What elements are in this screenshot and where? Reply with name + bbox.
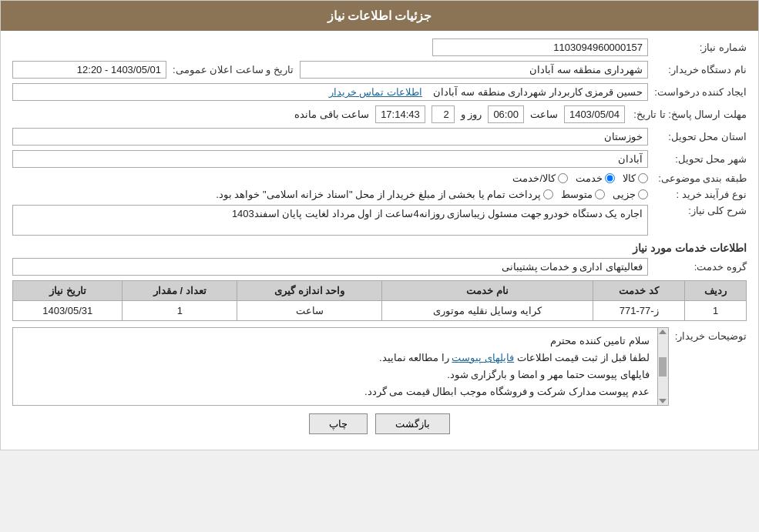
- nam-dastgah-value: شهرداری منطقه سه آبادان: [300, 61, 648, 79]
- scroll-down-arrow[interactable]: [659, 399, 667, 403]
- col-nam: نام خدمت: [382, 281, 593, 301]
- tarikh-value: 1403/05/01 - 12:20: [12, 61, 166, 79]
- tosihaat-wrapper: سلام تامین کننده محترم لطفا قبل از ثبت ق…: [12, 327, 669, 406]
- tabaqe-label: طبقه بندی موضوعی:: [654, 172, 747, 184]
- farayand-esnad: پرداخت تمام یا بخشی از مبلغ خریدار از مح…: [216, 189, 553, 200]
- shomare-niaz-row: شماره نیاز: 1103094960000157: [12, 38, 747, 56]
- nam-dastgah-label: نام دستگاه خریدار:: [654, 64, 747, 75]
- cell-radif: 1: [685, 301, 747, 321]
- services-table: ردیف کد خدمت نام خدمت واحد اندازه گیری ت…: [12, 280, 747, 321]
- ostan-value: خوزستان: [12, 128, 648, 146]
- ejad-text: حسین قرمزی کاربردار شهرداری منطقه سه آبا…: [433, 86, 643, 98]
- sharh-value: اجاره یک دستگاه خودرو جهت مسئول زیباسازی…: [12, 205, 648, 236]
- mohlat-date: 1403/05/04: [564, 105, 625, 123]
- mohlat-row: مهلت ارسال پاسخ: تا تاریخ: 1403/05/04 سا…: [12, 105, 747, 123]
- khadamat-section-title: اطلاعات خدمات مورد نیاز: [12, 242, 747, 254]
- farayand-jozi[interactable]: جزیی: [613, 189, 648, 200]
- col-tedad: تعداد / مقدار: [123, 281, 237, 301]
- mohlat-rooz-label: روز و: [461, 109, 482, 120]
- mohlat-saat-label: ساعت: [530, 109, 558, 120]
- mohlat-saat: 06:00: [488, 105, 524, 123]
- sharh-label: شرح کلی نیاز:: [654, 205, 747, 216]
- note-line-1: سلام تامین کننده محترم: [21, 333, 650, 350]
- col-kod: کد خدمت: [593, 281, 685, 301]
- tabaqe-kala[interactable]: کالا: [623, 172, 648, 184]
- mohlat-rooz: 2: [432, 105, 455, 123]
- shahr-label: شهر محل تحویل:: [654, 153, 747, 165]
- shomare-niaz-label: شماره نیاز:: [654, 42, 747, 53]
- table-header: ردیف کد خدمت نام خدمت واحد اندازه گیری ت…: [13, 281, 747, 301]
- table-body: 1 ز-77-771 کرایه وسایل نقلیه موتوری ساعت…: [13, 301, 747, 321]
- cell-kod: ز-77-771: [593, 301, 685, 321]
- ostan-row: استان محل تحویل: خوزستان: [12, 128, 747, 146]
- ejad-row: ایجاد کننده درخواست: حسین قرمزی کاربردار…: [12, 83, 747, 101]
- table-row: 1 ز-77-771 کرایه وسایل نقلیه موتوری ساعت…: [13, 301, 747, 321]
- ejad-label: ایجاد کننده درخواست:: [654, 86, 747, 98]
- nave-farayand-row: نوع فرآیند خرید : جزیی متوسط پرداخت تمام…: [12, 189, 747, 200]
- col-radif: ردیف: [685, 281, 747, 301]
- nave-farayand-options: جزیی متوسط پرداخت تمام یا بخشی از مبلغ خ…: [216, 189, 648, 200]
- content-area: شماره نیاز: 1103094960000157 نام دستگاه …: [1, 31, 758, 450]
- tabaqe-kala-khedmat[interactable]: کالا/خدمت: [512, 172, 568, 184]
- chap-button[interactable]: چاپ: [309, 413, 368, 434]
- mohlat-baqi-label: ساعت باقی مانده: [294, 109, 369, 120]
- grohe-value: فعالیتهای اداری و خدمات پشتیبانی: [12, 258, 648, 276]
- scrollbar: [657, 328, 668, 405]
- scroll-up-arrow[interactable]: [659, 330, 667, 334]
- grohe-row: گروه خدمت: فعالیتهای اداری و خدمات پشتیب…: [12, 258, 747, 276]
- tabaqe-khedmat[interactable]: خدمت: [576, 172, 615, 184]
- tosihaat-content: سلام تامین کننده محترم لطفا قبل از ثبت ق…: [13, 328, 657, 405]
- mohlat-label: مهلت ارسال پاسخ: تا تاریخ:: [631, 109, 747, 120]
- mohlat-baqi: 17:14:43: [375, 105, 425, 123]
- tabaqe-row: طبقه بندی موضوعی: کالا خدمت کالا/خدمت: [12, 172, 747, 184]
- sharh-row: شرح کلی نیاز: اجاره یک دستگاه خودرو جهت …: [12, 205, 747, 236]
- tosihaat-section: توضیحات خریدار: سلام تامین کننده محترم ل…: [12, 327, 747, 406]
- cell-tedad: 1: [123, 301, 237, 321]
- shahr-row: شهر محل تحویل: آبادان: [12, 150, 747, 168]
- col-tarikh: تاریخ نیاز: [13, 281, 123, 301]
- tabaqe-options: کالا خدمت کالا/خدمت: [512, 172, 648, 184]
- tosihaat-label: توضیحات خریدار:: [675, 327, 747, 342]
- farayand-esnad-text: پرداخت تمام یا بخشی از مبلغ خریدار از مح…: [216, 189, 541, 200]
- page-title: جزئیات اطلاعات نیاز: [327, 9, 432, 22]
- note-line-4: عدم پیوست مدارک شرکت و فروشگاه موجب ابطا…: [21, 383, 650, 400]
- shahr-value: آبادان: [12, 150, 648, 168]
- farayand-mottavasset[interactable]: متوسط: [561, 189, 605, 200]
- col-vahed: واحد اندازه گیری: [237, 281, 382, 301]
- ostan-label: استان محل تحویل:: [654, 131, 747, 142]
- shomare-niaz-value: 1103094960000157: [432, 38, 648, 56]
- note-line-2: لطفا قبل از ثبت قیمت اطلاعات فایلهای پیو…: [21, 350, 650, 366]
- nam-dastgah-row: نام دستگاه خریدار: شهرداری منطقه سه آباد…: [12, 61, 747, 79]
- grohe-label: گروه خدمت:: [654, 261, 747, 273]
- nave-farayand-label: نوع فرآیند خرید :: [654, 189, 747, 200]
- tarikh-label: تاریخ و ساعت اعلان عمومی:: [173, 64, 294, 75]
- scroll-thumb: [659, 357, 667, 376]
- baz-gardashtan-button[interactable]: بازگشت: [375, 413, 450, 434]
- page-wrapper: جزئیات اطلاعات نیاز شماره نیاز: 11030949…: [0, 0, 759, 450]
- ejad-link[interactable]: اطلاعات تماس خریدار: [329, 86, 422, 98]
- cell-vahed: ساعت: [237, 301, 382, 321]
- note-line-3: فایلهای پیوست حتما مهر و امضا و بارگزاری…: [21, 366, 650, 383]
- cell-tarikh: 1403/05/31: [13, 301, 123, 321]
- page-header: جزئیات اطلاعات نیاز: [1, 1, 758, 31]
- button-group: بازگشت چاپ: [12, 413, 747, 434]
- note-link[interactable]: فایلهای پیوست: [452, 352, 514, 363]
- cell-nam: کرایه وسایل نقلیه موتوری: [382, 301, 593, 321]
- ejad-value: حسین قرمزی کاربردار شهرداری منطقه سه آبا…: [12, 83, 648, 101]
